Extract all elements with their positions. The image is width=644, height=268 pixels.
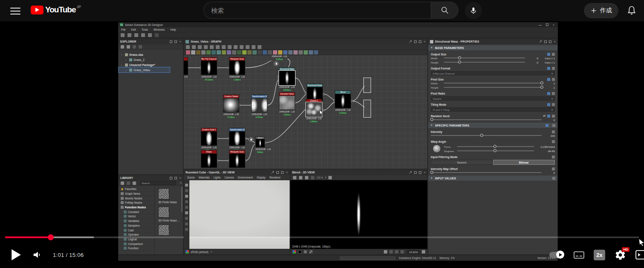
library-category[interactable]: Function Nodes — [119, 205, 154, 210]
explorer-tree-row[interactable]: › Grass_Video — [119, 67, 170, 72]
create-button[interactable]: 作成 — [584, 3, 618, 18]
angle-dial[interactable] — [432, 144, 441, 153]
node-type-icon[interactable] — [196, 50, 200, 55]
pin-icon[interactable] — [409, 171, 412, 174]
graph-node[interactable]: Blur HQ Grayscale 2048x2048 - L16 24.13m… — [201, 57, 217, 81]
float-panel-icon[interactable] — [170, 177, 172, 179]
node-type-icon[interactable] — [293, 50, 298, 55]
float-panel-icon[interactable] — [414, 171, 417, 174]
library-item[interactable]: 3D Perlin Noise ... — [158, 207, 181, 222]
select-tool-icon[interactable] — [186, 45, 190, 49]
graph-node[interactable]: Gradient Radial 2048x2048 - L16 0.13ms — [223, 95, 239, 118]
output-width-slider[interactable]: Width 0 Input x 1 — [428, 56, 557, 60]
preset-icon[interactable] — [545, 124, 548, 127]
video-player[interactable]: Sd Adobe Substance 3D Designer × FileEdi… — [0, 21, 644, 268]
menu-item[interactable]: Tools — [142, 28, 148, 31]
graph-node[interactable]: 2048x2048 - L16 5.97ms — [271, 55, 287, 61]
camera-icon[interactable] — [185, 184, 188, 187]
node-type-icon[interactable] — [304, 50, 308, 55]
view3d-menu-item[interactable]: Materials — [199, 176, 210, 179]
open-icon[interactable] — [134, 33, 138, 37]
param-menu-icon[interactable] — [552, 140, 555, 143]
pixel-height-slider[interactable]: Height 1 — [428, 85, 557, 89]
expose-param-icon[interactable] — [547, 78, 550, 81]
frame-create-icon[interactable] — [228, 45, 232, 49]
wireframe-icon[interactable] — [185, 200, 188, 203]
graph-node[interactable]: Shape 2048x2048 - L16 8.1ms — [184, 57, 188, 81]
node-type-icon[interactable] — [206, 50, 211, 55]
save-image-icon[interactable] — [299, 176, 302, 179]
expose-param-icon[interactable] — [547, 92, 550, 95]
graph-node[interactable]: Transformation 2D 2048x2048 - L16 0.46ms — [229, 128, 245, 152]
graph-node[interactable]: Gradient Axial 1 2048x2048 - L16 1.74ms — [201, 128, 217, 152]
param-menu-icon[interactable] — [552, 78, 555, 81]
param-menu-icon[interactable] — [552, 115, 555, 118]
expose-param-icon[interactable] — [547, 103, 550, 106]
node-type-icon[interactable] — [273, 50, 277, 55]
pin-icon[interactable] — [539, 40, 542, 43]
expose-param-icon[interactable] — [547, 67, 550, 70]
library-category[interactable]: FxMap Nodes — [119, 201, 154, 205]
shadow-icon[interactable] — [185, 228, 188, 231]
info-tool-icon[interactable] — [204, 45, 208, 49]
maximize-panel-icon[interactable] — [549, 40, 551, 43]
node-type-icon[interactable] — [201, 50, 206, 55]
gear-icon[interactable] — [552, 177, 555, 180]
close-panel-icon[interactable]: × — [286, 171, 288, 174]
close-panel-icon[interactable]: × — [424, 40, 426, 43]
view3d-menu-item[interactable]: Camera — [224, 176, 234, 179]
node-type-icon[interactable] — [242, 50, 247, 55]
notifications-button[interactable] — [626, 5, 637, 16]
library-category[interactable]: Samplers — [119, 224, 154, 228]
close-panel-icon[interactable]: × — [554, 40, 556, 43]
section-specific-parameters[interactable]: ▼ SPECIFIC PARAMETERS — [428, 123, 557, 128]
close-panel-icon[interactable]: × — [179, 40, 181, 43]
snap-icon[interactable] — [246, 45, 249, 49]
graph-node[interactable]: Histogram Scan 2048x2048 - L16 — [229, 150, 245, 169]
zoom-tool-icon[interactable] — [210, 45, 214, 49]
graph-frame[interactable] — [363, 78, 371, 93]
node-type-icon[interactable] — [186, 50, 190, 55]
graph-node[interactable]: Transformation 2D 2048x2048 - L16 2.27ms — [251, 95, 267, 118]
maximize-panel-icon[interactable] — [419, 40, 421, 43]
reroute-icon[interactable] — [240, 45, 244, 49]
save-icon[interactable] — [141, 33, 145, 37]
float-panel-icon[interactable] — [414, 40, 417, 43]
library-category[interactable]: Cast — [119, 228, 154, 233]
material-icon[interactable] — [185, 195, 188, 198]
search-button[interactable] — [431, 2, 458, 19]
subtitles-button[interactable] — [574, 251, 584, 259]
sync-icon[interactable] — [127, 182, 130, 185]
pin-icon[interactable] — [409, 40, 412, 43]
mic-button[interactable] — [465, 2, 482, 19]
node-create-icon[interactable] — [222, 45, 226, 49]
node-type-icon[interactable] — [227, 50, 231, 55]
graph-node[interactable]: Shape 2048x2048 - L16 — [201, 150, 217, 169]
node-type-icon[interactable] — [222, 50, 226, 55]
menu-item[interactable]: Help — [170, 28, 176, 31]
graph-node[interactable]: Histogram Scan 2048x2048 - L16 1.08ms — [229, 57, 245, 81]
scrubber-handle[interactable] — [48, 234, 54, 240]
param-menu-icon[interactable] — [552, 92, 555, 95]
random-seed-slider[interactable]: 0 — [428, 118, 557, 122]
library-scrollbar[interactable] — [181, 187, 183, 212]
refresh-icon[interactable] — [133, 45, 136, 49]
node-type-icon[interactable] — [237, 50, 241, 55]
graph-node[interactable]: Gaussian Noise 2048x2048 - L16 1.55ms — [279, 92, 295, 116]
import-icon[interactable] — [127, 45, 130, 49]
tiling-mode-select[interactable]: H and V Tiling▾ — [431, 107, 555, 112]
shuffle-icon[interactable]: ⇄ — [543, 114, 545, 118]
progress-bar[interactable] — [5, 236, 639, 238]
undo-icon[interactable] — [148, 33, 152, 37]
float-panel-icon[interactable] — [544, 40, 547, 43]
tiling-preview-icon[interactable] — [311, 176, 314, 179]
focus-tool-icon[interactable] — [198, 45, 202, 49]
save-package-icon[interactable] — [121, 45, 124, 49]
info-icon[interactable]: i — [325, 176, 326, 179]
graph-node[interactable]: Directional Warp 2048x2048 - L16 8.34ms — [279, 67, 295, 91]
link-create-icon[interactable] — [216, 45, 220, 49]
maximize-panel-icon[interactable] — [174, 40, 177, 43]
explorer-tree-row[interactable]: › Grass_2 — [119, 57, 183, 62]
turns-slider[interactable]: Turns -0.23572223 — [444, 144, 555, 149]
float-panel-icon[interactable] — [276, 171, 279, 174]
